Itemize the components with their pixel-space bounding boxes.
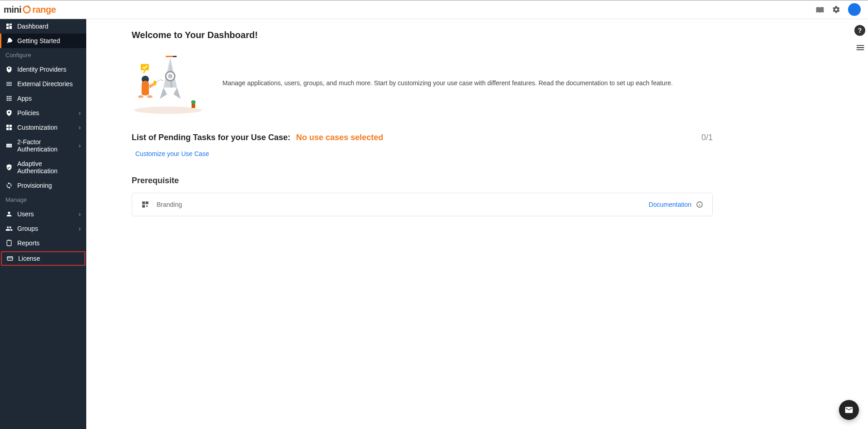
documentation-link[interactable]: Documentation	[649, 201, 691, 208]
prerequisite-title: Prerequisite	[132, 176, 713, 185]
svg-rect-14	[153, 81, 156, 85]
chevron-icon: ›	[79, 142, 81, 149]
provisioning-icon	[5, 182, 13, 189]
info-icon[interactable]	[696, 201, 703, 208]
sidebar: Dashboard Getting Started Configure Iden…	[0, 19, 86, 429]
sidebar-item-2fa[interactable]: 123 2-Factor Authentication ›	[0, 135, 86, 156]
chat-button[interactable]	[839, 400, 859, 420]
idp-icon	[5, 66, 13, 73]
nav-label: Reports	[17, 239, 81, 247]
nav-label: Users	[17, 210, 74, 218]
nav-label: Policies	[17, 109, 74, 117]
header: mini range	[0, 0, 868, 19]
card-label: Branding	[157, 201, 182, 208]
nav-label: Customization	[17, 124, 74, 131]
apps-icon	[5, 95, 13, 102]
directories-icon	[5, 80, 13, 88]
license-icon	[6, 255, 14, 262]
nav-label: Apps	[17, 95, 81, 102]
side-menu-button[interactable]	[855, 43, 865, 54]
nav-section-configure: Configure	[0, 48, 86, 62]
sidebar-item-dashboard[interactable]: Dashboard	[0, 19, 86, 34]
logo[interactable]: mini range	[4, 5, 56, 15]
policies-icon	[5, 109, 13, 117]
svg-rect-8	[166, 56, 173, 57]
nav-label: Getting Started	[17, 37, 81, 44]
nav-label: Adaptive Authentication	[17, 160, 81, 175]
svg-point-15	[138, 95, 143, 98]
branding-icon	[141, 200, 149, 209]
svg-point-16	[147, 95, 153, 98]
welcome-description: Manage applications, users, groups, and …	[222, 78, 713, 88]
main: Welcome to Your Dashboard!	[86, 19, 868, 429]
sidebar-item-users[interactable]: Users ›	[0, 207, 86, 221]
users-icon	[5, 210, 13, 218]
svg-rect-4	[7, 240, 11, 246]
nav-label: Provisioning	[17, 182, 81, 189]
sidebar-item-groups[interactable]: Groups ›	[0, 221, 86, 236]
sidebar-item-provisioning[interactable]: Provisioning	[0, 178, 86, 193]
customize-link[interactable]: Customize your Use Case	[135, 150, 209, 157]
help-button[interactable]: ?	[854, 25, 865, 36]
svg-text:123: 123	[7, 144, 11, 147]
nav-section-manage: Manage	[0, 193, 86, 207]
nav-label: Dashboard	[17, 23, 81, 30]
svg-rect-17	[192, 103, 195, 108]
docs-icon[interactable]	[815, 5, 824, 14]
svg-rect-12	[141, 64, 149, 70]
svg-rect-9	[173, 56, 177, 57]
adaptive-auth-icon	[5, 164, 13, 171]
nav-label: Identity Providers	[17, 66, 81, 73]
sidebar-item-policies[interactable]: Policies ›	[0, 106, 86, 120]
tasks-title: List of Pending Tasks for your Use Case:	[132, 133, 291, 142]
sidebar-item-customization[interactable]: Customization ›	[0, 120, 86, 135]
groups-icon	[5, 225, 13, 232]
reports-icon	[5, 239, 13, 247]
logo-text-2: range	[32, 5, 56, 15]
customization-icon	[5, 124, 13, 131]
rocket-icon	[5, 37, 13, 44]
sidebar-item-identity-providers[interactable]: Identity Providers	[0, 62, 86, 77]
sidebar-item-adaptive-auth[interactable]: Adaptive Authentication	[0, 156, 86, 178]
sidebar-item-license[interactable]: License	[1, 251, 85, 266]
chevron-icon: ›	[79, 124, 81, 131]
sidebar-item-getting-started[interactable]: Getting Started	[0, 34, 86, 48]
branding-card: Branding Documentation	[132, 193, 713, 216]
no-usecase-label: No use cases selected	[296, 133, 383, 142]
gear-icon[interactable]	[832, 5, 841, 14]
dashboard-icon	[5, 23, 13, 30]
svg-point-18	[191, 100, 196, 104]
chevron-icon: ›	[79, 109, 81, 117]
sidebar-item-reports[interactable]: Reports	[0, 236, 86, 250]
page-title: Welcome to Your Dashboard!	[132, 30, 713, 40]
svg-point-11	[168, 74, 173, 78]
nav-label: External Directories	[17, 80, 81, 88]
task-count: 0/1	[701, 133, 713, 142]
logo-text-1: mini	[4, 5, 21, 15]
svg-rect-5	[7, 257, 13, 260]
hero-illustration	[132, 51, 204, 115]
nav-label: License	[18, 255, 80, 262]
logo-o-icon	[22, 5, 32, 15]
sidebar-item-external-directories[interactable]: External Directories	[0, 77, 86, 91]
2fa-icon: 123	[5, 142, 13, 149]
nav-label: 2-Factor Authentication	[17, 138, 74, 153]
header-right	[815, 3, 861, 16]
nav-label: Groups	[17, 225, 74, 232]
sidebar-item-apps[interactable]: Apps	[0, 91, 86, 106]
chevron-icon: ›	[79, 210, 81, 218]
chevron-icon: ›	[79, 225, 81, 232]
avatar[interactable]	[848, 3, 861, 16]
